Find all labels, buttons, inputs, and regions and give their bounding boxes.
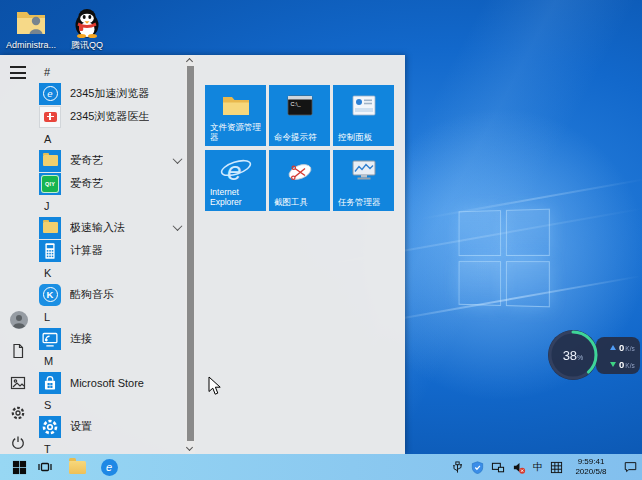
upload-value: 0 (619, 342, 624, 353)
section-header[interactable]: M (36, 350, 185, 371)
percent-unit: % (577, 354, 583, 361)
start-button[interactable] (8, 454, 30, 480)
section-header[interactable]: T (36, 438, 185, 454)
download-arrow-icon (610, 362, 616, 367)
documents-button[interactable] (10, 343, 26, 359)
app-label: 连接 (70, 331, 92, 346)
file-explorer-taskbar-button[interactable] (66, 454, 88, 480)
section-header-label: K (44, 267, 51, 279)
control-panel-icon (333, 93, 394, 119)
section-header[interactable]: K (36, 262, 185, 283)
power-button[interactable] (10, 435, 26, 451)
tile-control-panel[interactable]: 控制面板 (333, 85, 394, 146)
upload-arrow-icon (610, 345, 616, 350)
scroll-down-arrow-icon[interactable] (186, 444, 193, 451)
task-view-button[interactable] (34, 454, 56, 480)
app-label: 酷狗音乐 (70, 287, 114, 302)
start-app-calculator[interactable]: 计算器 (36, 239, 185, 262)
section-header[interactable]: L (36, 306, 185, 327)
percent-value: 38 (563, 348, 577, 363)
ime-mode-grid-icon[interactable] (550, 461, 563, 474)
connect-icon (39, 328, 61, 350)
download-unit: K/s (625, 362, 634, 369)
app-label: 设置 (70, 419, 92, 434)
cmd-prompt-text: C:\_ (290, 101, 301, 107)
hamburger-icon (10, 66, 26, 68)
browser-letter: e (43, 86, 58, 101)
wallpaper-logo-pane (505, 209, 549, 256)
app-list-scrollbar[interactable] (185, 55, 195, 454)
tile-file-explorer[interactable]: 文件资源管理器 (205, 85, 266, 146)
command-prompt-icon: C:\_ (269, 93, 330, 119)
tile-label: 任务管理器 (338, 198, 391, 208)
tile-snipping-tool[interactable]: 截图工具 (269, 150, 330, 211)
wallpaper-logo-pane (459, 260, 501, 305)
taskbar-clock[interactable]: 9:59:41 2020/5/8 (570, 457, 612, 478)
2345-browser-icon: e (39, 83, 61, 105)
app-label: 计算器 (70, 243, 103, 258)
wallpaper-logo-pane (459, 210, 501, 255)
section-header-label: T (44, 443, 51, 455)
memory-percent-ball[interactable]: 38 % (546, 328, 600, 382)
scrollbar-thumb[interactable] (187, 66, 194, 441)
power-icon (10, 435, 26, 451)
download-speed-row: 0 K/s (610, 356, 640, 373)
tile-command-prompt[interactable]: C:\_ 命令提示符 (269, 85, 330, 146)
section-header-label: S (44, 399, 51, 411)
section-header[interactable]: A (36, 128, 185, 149)
section-header[interactable]: S (36, 394, 185, 415)
internet-explorer-icon: e (205, 154, 266, 186)
section-header-label: # (44, 66, 50, 78)
user-folder-icon (0, 6, 62, 38)
tile-task-manager[interactable]: 任务管理器 (333, 150, 394, 211)
desktop-icon-label: Administra... (0, 41, 62, 51)
desktop-icon-administrator[interactable]: Administra... (0, 6, 62, 51)
expand-menu-button[interactable] (10, 66, 26, 82)
net-speed-widget[interactable]: 0 K/s 0 K/s 38 % (546, 328, 640, 382)
start-menu-app-list: # e 2345加速浏览器 2345浏览器医生 A 爱奇艺 QIY 爱奇艺 J (36, 61, 185, 454)
start-app-iqiyi[interactable]: QIY 爱奇艺 (36, 172, 185, 195)
settings-button[interactable] (10, 405, 26, 421)
start-folder-jisu-ime[interactable]: 极速输入法 (36, 216, 185, 239)
pictures-button[interactable] (10, 375, 26, 391)
section-header[interactable]: # (36, 61, 185, 82)
first-aid-kit-icon (39, 106, 61, 128)
user-account-button[interactable] (10, 311, 28, 329)
folder-icon (69, 461, 86, 474)
usb-device-icon[interactable] (451, 461, 464, 474)
tile-internet-explorer[interactable]: e Internet Explorer (205, 150, 266, 211)
start-app-kugou[interactable]: K 酷狗音乐 (36, 283, 185, 306)
section-header-label: J (44, 200, 50, 212)
upload-speed-row: 0 K/s (610, 339, 640, 356)
task-view-icon (37, 459, 53, 475)
start-app-connect[interactable]: 连接 (36, 327, 185, 350)
kugou-music-icon: K (39, 284, 61, 306)
security-shield-icon[interactable] (471, 461, 484, 474)
chevron-down-icon[interactable] (173, 154, 183, 164)
net-speed-panel: 0 K/s 0 K/s (596, 337, 640, 374)
start-folder-iqiyi[interactable]: 爱奇艺 (36, 149, 185, 172)
app-label: Microsoft Store (70, 377, 144, 389)
volume-muted-icon[interactable] (512, 461, 526, 474)
scroll-up-arrow-icon[interactable] (186, 58, 193, 65)
iqiyi-icon: QIY (39, 173, 61, 195)
settings-gear-icon (39, 416, 61, 438)
upload-unit: K/s (625, 345, 634, 352)
browser-taskbar-button[interactable]: e (98, 454, 120, 480)
desktop-icon-tencent-qq[interactable]: 腾讯QQ (56, 6, 118, 51)
start-app-microsoft-store[interactable]: Microsoft Store (36, 371, 185, 394)
section-header[interactable]: J (36, 195, 185, 216)
start-app-2345-doctor[interactable]: 2345浏览器医生 (36, 105, 185, 128)
app-label: 极速输入法 (70, 220, 125, 235)
system-tray: 中 9:59:41 2020/5/8 (451, 454, 638, 480)
app-label: 2345加速浏览器 (70, 86, 149, 101)
action-center-icon[interactable] (623, 460, 638, 474)
network-icon[interactable] (491, 461, 505, 474)
ime-language-indicator[interactable]: 中 (533, 460, 543, 474)
start-app-settings[interactable]: 设置 (36, 415, 185, 438)
mouse-cursor (208, 376, 222, 396)
chevron-down-icon[interactable] (173, 221, 183, 231)
start-app-2345-browser[interactable]: e 2345加速浏览器 (36, 82, 185, 105)
taskbar: e 中 (0, 454, 642, 480)
app-label: 爱奇艺 (70, 153, 103, 168)
